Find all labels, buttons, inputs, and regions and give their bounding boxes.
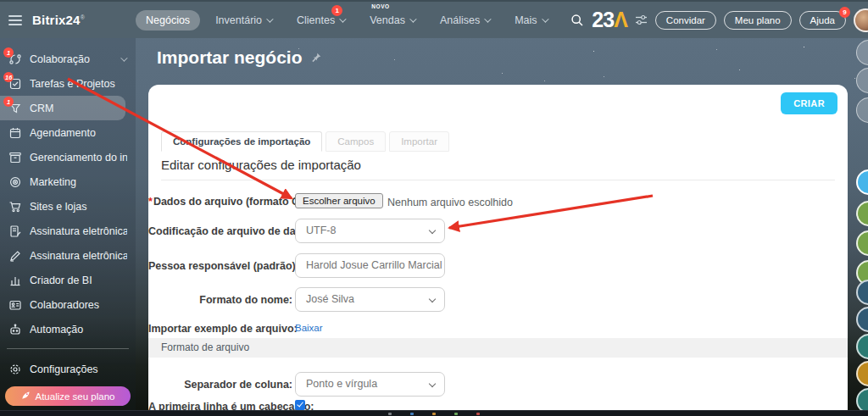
settings-sliders-icon[interactable] — [635, 14, 648, 26]
app-widget[interactable] — [856, 280, 868, 305]
plan-label: Meu plano — [735, 15, 781, 25]
sidebar-item-sites-lojas[interactable]: Sites e lojas — [0, 194, 136, 219]
column-separator-select[interactable]: Ponto e vírgula — [295, 372, 445, 397]
inventory-box-icon — [8, 150, 22, 164]
pin-icon[interactable] — [310, 47, 322, 68]
notification-badge: 1 — [331, 5, 342, 16]
sidebar-item-marketing[interactable]: Marketing — [0, 169, 136, 194]
sidebar-item-label: Automação — [30, 324, 127, 336]
encoding-select[interactable]: UTF-8 — [295, 219, 445, 243]
floating-widget-rail — [848, 0, 868, 416]
document-signature-icon — [8, 224, 22, 238]
search-icon[interactable] — [570, 14, 584, 27]
notifications-bell-widget[interactable] — [856, 40, 868, 65]
file-field-label: *Dados do arquivo (formato CSV): — [148, 196, 292, 208]
page-title: Importar negócio — [157, 47, 322, 68]
nav-label: Inventário — [215, 14, 262, 26]
divider — [161, 180, 835, 180]
sidebar-item-assinatura-eletronica[interactable]: Assinatura eletrônica — [0, 243, 136, 268]
app-widget[interactable] — [856, 307, 868, 332]
sidebar-item-assinatura-eletronica-p[interactable]: Assinatura eletrônica p... — [0, 219, 136, 243]
sidebar-item-label: Sites e lojas — [30, 201, 127, 213]
gear-icon — [8, 362, 22, 376]
sidebar-item-label: Marketing — [30, 176, 127, 188]
tab-importar[interactable]: Importar — [389, 131, 449, 152]
brand-number: 23 — [592, 8, 614, 31]
nav-label: Mais — [515, 14, 537, 26]
calendar-icon — [8, 125, 22, 140]
nav-tab-clientes[interactable]: Clientes1 — [287, 10, 354, 31]
taskbar-icon[interactable] — [410, 413, 414, 415]
chevron-down-icon — [339, 15, 346, 22]
help-button[interactable]: Ajuda9 — [799, 11, 846, 30]
chevron-down-icon — [429, 296, 436, 302]
sidebar-item-label: Configurações — [30, 363, 127, 375]
nav-tab-analises[interactable]: Análises — [430, 10, 499, 31]
sidebar-item-label: Colaboração — [30, 53, 113, 65]
sidebar-item-criador-bi[interactable]: Criador de BI — [0, 268, 136, 292]
upgrade-plan-button[interactable]: Atualize seu plano — [5, 386, 131, 406]
my-plan-button[interactable]: Meu plano — [724, 11, 792, 30]
header-row-checkbox[interactable] — [295, 400, 305, 410]
pen-icon — [8, 248, 22, 263]
responsible-person-input[interactable]: Harold Josue Carrillo Marcial — [295, 253, 445, 278]
messenger-widget[interactable] — [856, 230, 868, 256]
taskbar-icon[interactable] — [432, 413, 436, 415]
upgrade-label: Atualize seu plano — [36, 391, 115, 402]
taskbar-icon[interactable] — [476, 413, 480, 415]
sidebar-item-crm[interactable]: 1 CRM — [0, 96, 125, 120]
sidebar-item-colaboracao[interactable]: 1 Colaboração — [0, 47, 136, 71]
required-asterisk: * — [148, 196, 153, 208]
sample-file-label: Importar exemplo de arquivo: — [148, 323, 292, 335]
tab-campos[interactable]: Campos — [326, 131, 386, 152]
sidebar-item-label: Assinatura eletrônica — [30, 250, 127, 262]
nav-tab-vendas[interactable]: VendasNOVO — [359, 10, 425, 31]
bitrix24-logo[interactable]: Bitrix24® — [32, 13, 85, 27]
file-format-section-header: Formato de arquivo — [148, 338, 848, 358]
topbar-right: 23Λ Convidar Meu plano Ajuda9 — [570, 8, 868, 32]
hamburger-menu-icon[interactable] — [8, 15, 22, 25]
messenger-widget[interactable] — [856, 201, 868, 226]
name-format-select[interactable]: José Silva — [295, 287, 445, 312]
support-widget[interactable] — [856, 68, 868, 93]
nav-tab-mais[interactable]: Mais — [504, 10, 556, 31]
sidebar-item-label: Tarefas e Projetos — [30, 78, 127, 90]
sidebar-item-automacao[interactable]: Automação — [0, 317, 136, 341]
download-link[interactable]: Baixar — [295, 323, 323, 333]
feedback-widget[interactable] — [856, 97, 868, 123]
import-settings-panel: CRIAR Configurações de importação Campos… — [148, 85, 848, 410]
separator-field-label: Separador de coluna: — [148, 379, 292, 391]
chat-widget[interactable] — [856, 169, 868, 195]
sidebar-item-tarefas-projetos[interactable]: 16 Tarefas e Projetos — [0, 71, 136, 96]
rocket-icon — [21, 391, 31, 402]
chevron-down-icon — [542, 15, 548, 22]
registered-mark: ® — [81, 14, 85, 20]
sidebar-item-gerenciamento-inventario[interactable]: Gerenciamento do inve... — [0, 145, 136, 169]
taskbar[interactable] — [0, 410, 868, 416]
nav-tab-negocios[interactable]: Negócios — [136, 10, 200, 31]
sidebar-item-label: Agendamento — [30, 127, 127, 139]
sidebar-item-configuracoes[interactable]: Configurações — [0, 357, 136, 381]
sidebar-item-agendamento[interactable]: Agendamento — [0, 120, 136, 145]
calendar-widget[interactable] — [856, 334, 868, 359]
header-row-label: A primeira linha é um cabeçalho: — [148, 401, 292, 410]
invite-button[interactable]: Convidar — [655, 11, 716, 30]
account-days-logo: 23Λ — [592, 9, 627, 31]
chevron-down-icon — [266, 15, 273, 22]
tab-configuracoes-importacao[interactable]: Configurações de importação — [161, 131, 322, 152]
choose-file-button[interactable]: Escolher arquivo — [295, 193, 383, 208]
robot-icon — [8, 322, 22, 336]
encoding-field-label: Codificação de arquivo de dados: — [148, 225, 292, 237]
sidebar-item-colaboradores[interactable]: Colaboradores — [0, 292, 136, 317]
sidebar-item-label: Criador de BI — [30, 275, 127, 286]
calendar-widget[interactable] — [856, 361, 868, 386]
nav-tab-inventario[interactable]: Inventário — [205, 10, 281, 31]
sidebar: 1 Colaboração 16 Tarefas e Projetos 1 CR… — [0, 38, 136, 410]
logo-text: Bitrix24 — [32, 13, 81, 27]
responsible-value: Harold Josue Carrillo Marcial — [306, 259, 442, 271]
create-button[interactable]: CRIAR — [781, 92, 837, 114]
taskbar-icon[interactable] — [454, 413, 458, 415]
taskbar-icon[interactable] — [388, 413, 392, 415]
brand-mark: Λ — [614, 8, 627, 31]
notification-badge: 1 — [3, 97, 14, 107]
